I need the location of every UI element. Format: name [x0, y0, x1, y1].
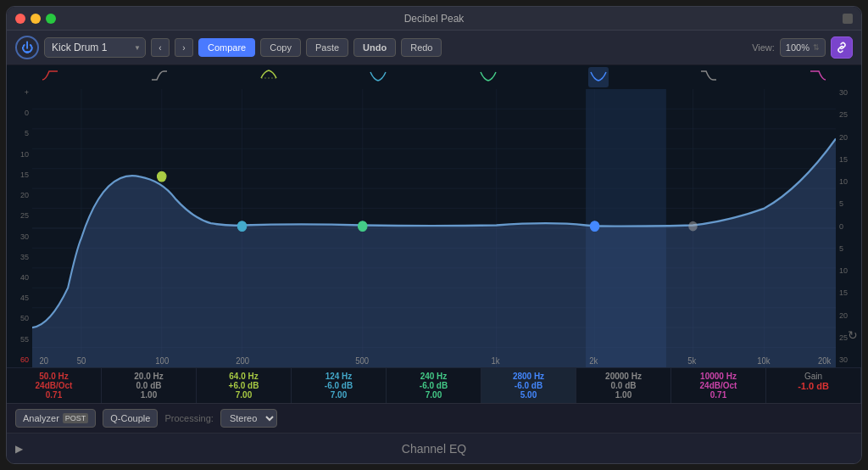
band3-freq: 64.0 Hz [229, 372, 258, 381]
band6-gain: -6.0 dB [515, 381, 542, 390]
svg-text:10k: 10k [757, 356, 771, 366]
post-badge: POST [63, 413, 89, 423]
qcouple-button[interactable]: Q-Couple [103, 409, 158, 428]
view-label: View: [752, 42, 775, 53]
band-buttons-row [32, 65, 836, 89]
analyzer-button[interactable]: Analyzer POST [15, 409, 96, 428]
band5-button[interactable] [479, 68, 498, 87]
view-percent[interactable]: 100% ⇅ [780, 38, 826, 57]
band8-q: 0.71 [710, 390, 726, 400]
copy-button[interactable]: Copy [260, 38, 301, 57]
gain-value: -1.0 dB [798, 381, 829, 391]
refresh-icon[interactable]: ↻ [848, 328, 858, 342]
band3-params: 64.0 Hz +6.0 dB 7.00 [197, 368, 292, 403]
band2-params: 20.0 Hz 0.0 dB 1.00 [102, 368, 197, 403]
band3-button[interactable] [259, 68, 278, 87]
band1-params: 50.0 Hz 24dB/Oct 0.71 [7, 368, 102, 403]
band8-button[interactable] [809, 68, 827, 87]
window-resize-grip [843, 14, 853, 24]
link-button[interactable] [831, 36, 853, 59]
gain-label: Gain [804, 372, 822, 381]
band5-freq: 240 Hz [420, 372, 448, 381]
band5-params: 240 Hz -6.0 dB 7.00 [387, 368, 481, 403]
band1-button[interactable] [41, 68, 59, 87]
band3-gain: +6.0 dB [229, 381, 259, 390]
band-params-row: 50.0 Hz 24dB/Oct 0.71 20.0 Hz 0.0 dB 1.0… [7, 367, 861, 403]
band3-q: 7.00 [236, 390, 252, 400]
processing-select[interactable]: Stereo [220, 409, 277, 428]
redo-button[interactable]: Redo [401, 38, 442, 57]
window-title: Decibel Peak [404, 13, 465, 25]
band6-params: 2800 Hz -6.0 dB 5.00 [481, 368, 576, 403]
svg-text:20: 20 [39, 356, 48, 366]
band6-button[interactable] [588, 67, 609, 87]
band5-q: 7.00 [426, 390, 442, 400]
undo-button[interactable]: Undo [353, 38, 396, 57]
svg-text:200: 200 [236, 356, 249, 366]
eq-svg: 20 50 100 200 500 1k 2k 5k 10k 20k [32, 89, 836, 367]
play-button[interactable]: ▶ [15, 443, 23, 455]
band4-params: 124 Hz -6.0 dB 7.00 [292, 368, 387, 403]
maximize-button[interactable] [46, 14, 56, 24]
bottom-controls: Analyzer POST Q-Couple Processing: Stere… [7, 403, 861, 433]
band8-params: 10000 Hz 24dB/Oct 0.71 [671, 368, 765, 403]
svg-text:1k: 1k [491, 356, 500, 366]
band4-q: 7.00 [331, 390, 347, 400]
band7-gain: 0.0 dB [610, 381, 636, 390]
band5-gain: -6.0 dB [420, 381, 448, 390]
gain-param: Gain -1.0 dB [765, 368, 861, 403]
nav-forward-button[interactable]: › [175, 38, 193, 57]
band1-q: 0.71 [46, 390, 62, 400]
power-button[interactable]: ⏻ [15, 36, 39, 59]
band4-button[interactable] [369, 68, 387, 87]
svg-point-24 [157, 171, 166, 182]
preset-select[interactable]: Kick Drum 1 [44, 37, 146, 58]
processing-label: Processing: [164, 413, 213, 423]
footer: ▶ Channel EQ [7, 433, 861, 463]
eq-display[interactable]: 20 50 100 200 500 1k 2k 5k 10k 20k [32, 65, 836, 367]
eq-canvas[interactable]: 20 50 100 200 500 1k 2k 5k 10k 20k [32, 89, 836, 367]
svg-text:500: 500 [355, 356, 369, 366]
band4-gain: -6.0 dB [325, 381, 353, 390]
window-controls [15, 14, 56, 24]
band7-button[interactable] [699, 68, 718, 87]
svg-text:100: 100 [155, 356, 169, 366]
band4-freq: 124 Hz [326, 372, 353, 381]
band2-freq: 20.0 Hz [134, 372, 163, 381]
preset-wrapper: Kick Drum 1 [44, 37, 146, 58]
band7-q: 1.00 [615, 390, 632, 400]
svg-point-25 [237, 221, 247, 232]
svg-point-26 [358, 221, 367, 232]
footer-title: Channel EQ [402, 442, 466, 456]
svg-point-27 [590, 221, 599, 232]
svg-text:2k: 2k [589, 356, 598, 366]
title-bar: Decibel Peak [7, 7, 861, 31]
band1-gain: 24dB/Oct [36, 381, 73, 390]
paste-button[interactable]: Paste [306, 38, 348, 57]
svg-text:50: 50 [77, 356, 86, 366]
band7-freq: 20000 Hz [605, 372, 642, 381]
compare-button[interactable]: Compare [198, 38, 255, 57]
band1-freq: 50.0 Hz [39, 372, 68, 381]
band6-q: 5.00 [520, 390, 537, 400]
main-window: Decibel Peak ⏻ Kick Drum 1 ‹ › Compare C… [6, 6, 862, 464]
svg-point-28 [688, 221, 698, 232]
svg-text:20k: 20k [818, 356, 832, 366]
band8-gain: 24dB/Oct [700, 381, 737, 390]
toolbar: ⏻ Kick Drum 1 ‹ › Compare Copy Paste Und… [7, 31, 861, 65]
db-scale-right: 30 25 20 15 10 5 0 5 10 15 20 25 30 ↻ [836, 65, 861, 367]
db-scale-left: + 0 5 10 15 20 25 30 35 40 45 50 55 60 [7, 65, 32, 367]
band8-freq: 10000 Hz [700, 372, 737, 381]
band2-q: 1.00 [141, 390, 157, 400]
band2-gain: 0.0 dB [136, 381, 161, 390]
link-icon [835, 41, 849, 54]
eq-container: + 0 5 10 15 20 25 30 35 40 45 50 55 60 [7, 65, 861, 367]
band2-button[interactable] [150, 68, 169, 87]
minimize-button[interactable] [31, 14, 41, 24]
nav-back-button[interactable]: ‹ [151, 38, 170, 57]
band7-params: 20000 Hz 0.0 dB 1.00 [576, 368, 671, 403]
svg-text:5k: 5k [687, 356, 697, 366]
band6-freq: 2800 Hz [513, 372, 544, 381]
close-button[interactable] [15, 14, 25, 24]
